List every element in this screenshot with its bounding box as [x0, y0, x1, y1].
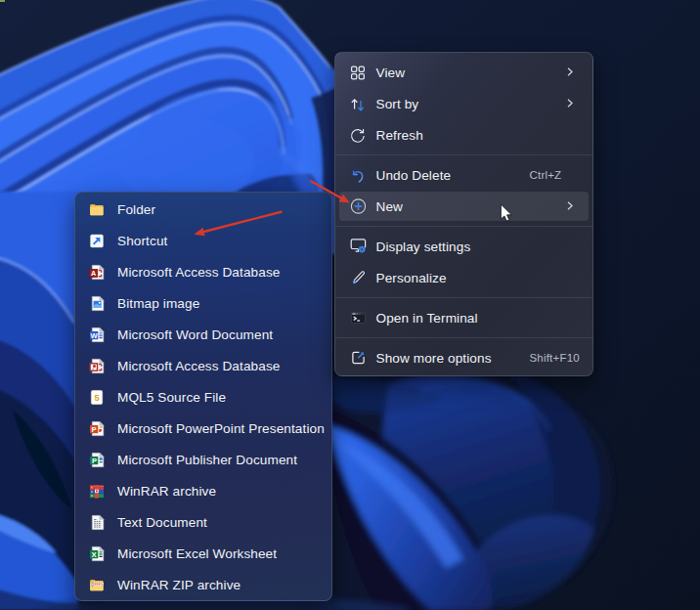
svg-text:P: P [91, 456, 96, 464]
svg-text:X: X [91, 549, 97, 558]
svg-text:A: A [91, 268, 96, 277]
svg-text:P: P [91, 424, 96, 433]
svg-text:W: W [90, 330, 98, 339]
svg-text:5: 5 [94, 391, 99, 402]
